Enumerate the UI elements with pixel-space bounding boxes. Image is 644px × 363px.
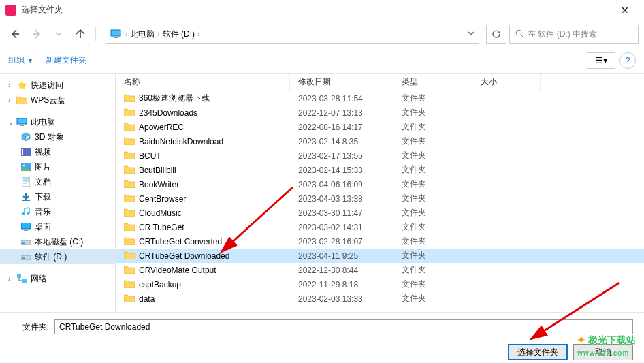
arrow-up-icon [75,29,86,40]
file-name: BCUT [139,151,161,161]
view-mode-button[interactable]: ☰▾ [587,52,615,69]
file-row[interactable]: CRVideoMate Output2022-12-30 8:44文件夹 [116,263,644,277]
col-header-name[interactable]: 名称 [116,74,290,91]
file-type: 文件夹 [393,150,472,161]
sidebar-item-thispc[interactable]: ⌄此电脑 [0,114,115,129]
col-header-date[interactable]: 修改日期 [290,74,393,91]
pc-icon [110,29,121,39]
file-row[interactable]: data2023-02-03 13:33文件夹 [116,291,644,306]
folder-icon [124,294,135,302]
file-list[interactable]: 360极速浏览器下载2023-03-28 11:54文件夹2345Downloa… [116,91,644,312]
folder-icon [124,223,135,231]
svg-rect-3 [17,118,27,124]
file-type: 文件夹 [393,193,472,204]
svg-rect-6 [22,149,23,151]
file-type: 文件夹 [393,264,472,276]
sidebar-item-wps[interactable]: ›WPS云盘 [0,93,115,108]
file-date: 2023-04-06 16:09 [290,180,393,189]
col-header-size[interactable]: 大小 [472,74,541,91]
svg-rect-15 [24,230,28,231]
folder-icon [124,165,135,174]
chevron-down-icon [55,31,62,37]
arrow-left-icon [10,29,20,40]
file-row[interactable]: BcutBilibili2023-02-14 15:33文件夹 [116,163,644,177]
svg-point-12 [22,212,25,215]
toolbar: 组织 ▼ 新建文件夹 ☰▾ ? [0,48,644,74]
sidebar-item-video[interactable]: 视频 [0,144,115,159]
folder-icon [124,108,135,116]
search-placeholder: 在 软件 (D:) 中搜索 [528,29,597,40]
file-row[interactable]: ApowerREC2022-08-16 14:17文件夹 [116,120,644,134]
drive-icon [20,252,31,262]
sidebar-item-3d[interactable]: 3D 对象 [0,129,115,144]
folder-input[interactable] [54,319,633,334]
sidebar-item-network[interactable]: ›网络 [0,271,115,286]
sidebar-item-quick[interactable]: ›⭐快速访问 [0,78,115,93]
file-row[interactable]: CloudMusic2023-03-30 11:47文件夹 [116,206,644,220]
cube-icon [20,132,31,142]
network-icon [16,274,27,283]
breadcrumb-item[interactable]: 软件 (D:) [160,29,197,40]
file-type: 文件夹 [393,178,472,190]
up-button[interactable] [71,25,90,44]
nav-bar: › 此电脑 › 软件 (D:) › 在 软件 (D:) 中搜索 [0,20,644,48]
back-button[interactable] [5,25,25,44]
file-type: 文件夹 [393,164,472,176]
file-date: 2023-03-02 14:31 [290,223,393,232]
file-row[interactable]: CR TubeGet2023-03-02 14:31文件夹 [116,220,644,234]
file-row[interactable]: CRTubeGet Converted2023-02-28 16:07文件夹 [116,234,644,249]
file-row[interactable]: csptBackup2022-11-29 8:18文件夹 [116,277,644,291]
pc-icon [16,117,27,127]
file-row[interactable]: BCUT2023-02-17 13:55文件夹 [116,148,644,163]
video-icon [20,147,31,157]
body-area: ›⭐快速访问 ›WPS云盘 ⌄此电脑 3D 对象 视频 图片 文档 下载 音乐 … [0,74,644,312]
file-row[interactable]: BookWriter2023-04-06 16:09文件夹 [116,177,644,191]
address-dropdown[interactable] [468,29,474,39]
dropdown-arrow[interactable]: ▼ [27,57,33,64]
breadcrumb-item[interactable]: 此电脑 [127,29,157,40]
file-type: 文件夹 [393,221,472,233]
sidebar-item-downloads[interactable]: 下载 [0,189,115,204]
folder-icon [124,280,135,288]
file-row[interactable]: CentBrowser2023-04-03 13:38文件夹 [116,191,644,206]
svg-point-10 [23,165,25,167]
sidebar-item-ddrive[interactable]: 软件 (D:) [0,249,115,264]
svg-rect-7 [22,151,23,153]
new-folder-button[interactable]: 新建文件夹 [46,54,86,66]
file-name: CRTubeGet Downloaded [139,251,229,261]
address-bar[interactable]: › 此电脑 › 软件 (D:) › [106,25,479,44]
file-type: 文件夹 [393,293,472,304]
help-button[interactable]: ? [619,52,636,69]
folder-label: 文件夹: [11,321,49,333]
sidebar-item-cdrive[interactable]: 本地磁盘 (C:) [0,234,115,249]
watermark: ✦ 极光下载站 www.xz7.com [577,334,636,358]
svg-rect-1 [114,37,118,38]
file-name: CR TubeGet [139,223,184,232]
search-input[interactable]: 在 软件 (D:) 中搜索 [509,25,639,44]
sidebar-item-music[interactable]: 音乐 [0,204,115,219]
refresh-button[interactable] [486,25,506,44]
svg-point-13 [27,212,30,215]
file-row[interactable]: BaiduNetdiskDownload2023-02-14 8:35文件夹 [116,134,644,148]
organize-button[interactable]: 组织 [8,54,25,66]
file-type: 文件夹 [393,136,472,147]
sidebar: ›⭐快速访问 ›WPS云盘 ⌄此电脑 3D 对象 视频 图片 文档 下载 音乐 … [0,74,116,312]
file-row[interactable]: CRTubeGet Downloaded2023-04-11 9:25文件夹 [116,249,644,263]
file-name: BookWriter [139,180,179,189]
file-row[interactable]: 360极速浏览器下载2023-03-28 11:54文件夹 [116,91,644,106]
sidebar-item-desktop[interactable]: 桌面 [0,219,115,234]
close-button[interactable]: ✕ [611,5,639,16]
svg-rect-19 [22,257,25,259]
col-header-type[interactable]: 类型 [393,74,472,91]
forward-button[interactable] [27,25,46,44]
drive-icon [20,237,31,247]
select-folder-button[interactable]: 选择文件夹 [508,344,568,360]
file-type: 文件夹 [393,236,472,247]
recent-dropdown[interactable] [49,25,68,44]
file-row[interactable]: 2345Downloads2022-12-07 13:13文件夹 [116,106,644,120]
file-name: ApowerREC [139,123,184,132]
window-title: 选择文件夹 [22,4,611,16]
sidebar-item-documents[interactable]: 文档 [0,174,115,189]
folder-icon [124,237,135,245]
sidebar-item-pictures[interactable]: 图片 [0,159,115,174]
